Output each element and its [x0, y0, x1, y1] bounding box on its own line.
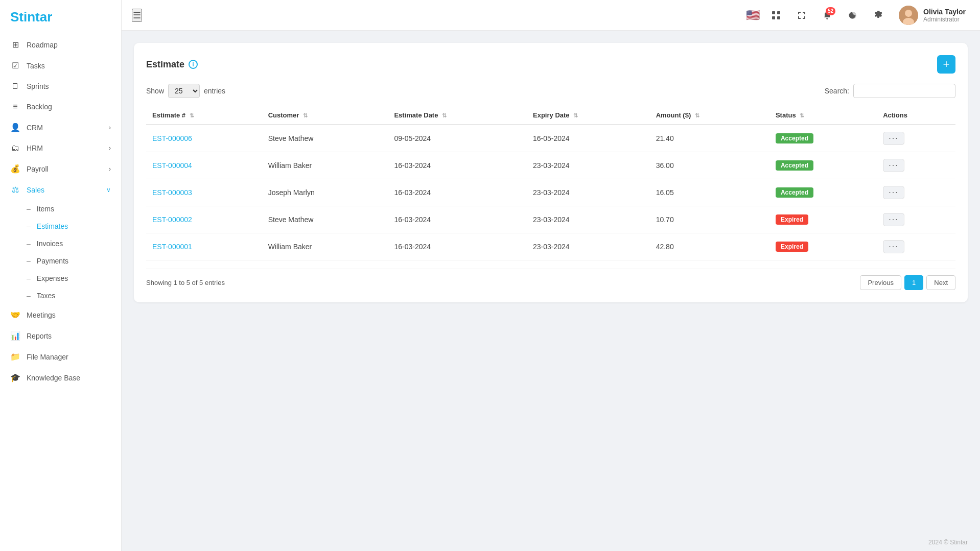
estimate-link-0[interactable]: EST-000006: [152, 134, 192, 142]
next-button[interactable]: Next: [926, 275, 955, 290]
previous-button[interactable]: Previous: [860, 275, 901, 290]
menu-toggle-button[interactable]: ☰: [132, 9, 142, 22]
add-estimate-button[interactable]: +: [937, 55, 955, 74]
estimate-link-4[interactable]: EST-000001: [152, 243, 192, 251]
row-actions-button-2[interactable]: ···: [883, 186, 904, 199]
nav-payroll-label: Payroll: [27, 165, 49, 173]
user-profile-area[interactable]: Olivia Taylor Administrator: [895, 4, 970, 27]
sidebar-item-items[interactable]: – Items: [0, 200, 121, 218]
sidebar-item-invoices[interactable]: – Invoices: [0, 235, 121, 252]
customer-cell: William Baker: [262, 152, 388, 179]
amount-cell: 42.80: [650, 233, 769, 260]
nav-knowledge-base-label: Knowledge Base: [27, 374, 80, 382]
nav-roadmap[interactable]: ⊞ Roadmap: [0, 34, 121, 55]
sales-icon: ⚖: [10, 185, 20, 195]
show-label: Show: [146, 87, 164, 95]
moon-icon: [848, 11, 857, 20]
estimates-table: Estimate # ⇅ Customer ⇅ Estimate Date ⇅: [146, 106, 955, 260]
nav-hrm[interactable]: 🗂 HRM ›: [0, 138, 121, 158]
user-role: Administrator: [923, 16, 966, 23]
sort-estimate-date-icon: ⇅: [442, 112, 447, 118]
row-actions-button-4[interactable]: ···: [883, 240, 904, 253]
hrm-icon: 🗂: [10, 143, 20, 153]
expiry-date-cell: 23-03-2024: [527, 233, 650, 260]
estimate-date-cell: 16-03-2024: [388, 206, 527, 233]
svg-point-5: [905, 10, 912, 17]
nav-meetings[interactable]: 🤝 Meetings: [0, 304, 121, 325]
row-actions-button-3[interactable]: ···: [883, 213, 904, 226]
svg-rect-2: [772, 16, 775, 19]
nav-payroll[interactable]: 💰 Payroll ›: [0, 158, 121, 179]
app-logo[interactable]: Stintar: [0, 0, 121, 34]
estimate-link-2[interactable]: EST-000003: [152, 188, 192, 197]
nav-sales[interactable]: ⚖ Sales ∨: [0, 179, 121, 200]
estimate-link-1[interactable]: EST-000004: [152, 161, 192, 170]
sort-customer-icon: ⇅: [303, 112, 308, 118]
expand-button[interactable]: [792, 6, 811, 25]
info-icon[interactable]: i: [189, 60, 198, 69]
expenses-dash: –: [27, 274, 31, 282]
notification-badge: 52: [826, 7, 835, 15]
search-input[interactable]: [853, 84, 955, 98]
estimate-date-cell: 09-05-2024: [388, 125, 527, 152]
table-footer: Showing 1 to 5 of 5 entries Previous 1 N…: [146, 269, 955, 290]
customer-cell: Steve Mathew: [262, 206, 388, 233]
language-flag[interactable]: 🇺🇸: [746, 9, 760, 22]
apps-grid-button[interactable]: [767, 6, 785, 25]
entries-select[interactable]: 25 10 50 100: [168, 84, 200, 98]
status-badge: Accepted: [776, 187, 813, 198]
row-actions-button-0[interactable]: ···: [883, 132, 904, 145]
expiry-date-cell: 16-05-2024: [527, 125, 650, 152]
expand-icon: [797, 11, 806, 20]
nav-meetings-label: Meetings: [27, 311, 56, 319]
sidebar-item-payments[interactable]: – Payments: [0, 252, 121, 270]
status-badge: Accepted: [776, 160, 813, 171]
amount-cell: 21.40: [650, 125, 769, 152]
col-estimate-date[interactable]: Estimate Date ⇅: [388, 106, 527, 125]
settings-button[interactable]: [869, 6, 888, 25]
sort-amount-icon: ⇅: [695, 112, 699, 118]
col-customer[interactable]: Customer ⇅: [262, 106, 388, 125]
card-header: Estimate i +: [146, 55, 955, 74]
estimates-dash: –: [27, 222, 31, 230]
expiry-date-cell: 23-03-2024: [527, 152, 650, 179]
col-expiry-date[interactable]: Expiry Date ⇅: [527, 106, 650, 125]
avatar-image: [899, 6, 918, 25]
row-actions-button-1[interactable]: ···: [883, 159, 904, 172]
sidebar-item-expenses-label: Expenses: [37, 274, 68, 282]
estimates-card: Estimate i + Show 25 10 50 100 entries: [134, 43, 968, 302]
nav-tasks[interactable]: ☑ Tasks: [0, 55, 121, 76]
actions-cell: ···: [877, 233, 955, 260]
dark-mode-button[interactable]: [844, 6, 862, 25]
customer-cell: Steve Mathew: [262, 125, 388, 152]
nav-sprints[interactable]: 🗒 Sprints: [0, 76, 121, 97]
actions-cell: ···: [877, 152, 955, 179]
tasks-icon: ☑: [10, 61, 20, 70]
nav-crm[interactable]: 👤 CRM ›: [0, 117, 121, 138]
file-manager-icon: 📁: [10, 352, 20, 362]
sidebar-item-items-label: Items: [37, 205, 54, 213]
svg-rect-3: [777, 16, 780, 19]
invoices-dash: –: [27, 239, 31, 248]
sort-expiry-date-icon: ⇅: [573, 112, 578, 118]
meetings-icon: 🤝: [10, 310, 20, 320]
header: ☰ 🇺🇸 52: [122, 0, 980, 31]
nav-knowledge-base[interactable]: 🎓 Knowledge Base: [0, 367, 121, 388]
taxes-dash: –: [27, 292, 31, 300]
col-estimate-no[interactable]: Estimate # ⇅: [146, 106, 262, 125]
nav-file-manager[interactable]: 📁 File Manager: [0, 346, 121, 367]
col-amount[interactable]: Amount ($) ⇅: [650, 106, 769, 125]
col-status[interactable]: Status ⇅: [769, 106, 877, 125]
nav-reports[interactable]: 📊 Reports: [0, 325, 121, 346]
page-1-button[interactable]: 1: [904, 275, 923, 290]
sidebar-item-estimates[interactable]: – Estimates: [0, 218, 121, 235]
nav-backlog[interactable]: ≡ Backlog: [0, 97, 121, 117]
payments-dash: –: [27, 257, 31, 265]
sidebar-item-taxes[interactable]: – Taxes: [0, 287, 121, 304]
table-row: EST-000003 Joseph Marlyn 16-03-2024 23-0…: [146, 179, 955, 206]
sidebar-item-expenses[interactable]: – Expenses: [0, 270, 121, 287]
avatar: [899, 6, 918, 25]
estimate-link-3[interactable]: EST-000002: [152, 215, 192, 224]
status-cell: Accepted: [769, 125, 877, 152]
notifications-button[interactable]: 52: [818, 6, 836, 25]
